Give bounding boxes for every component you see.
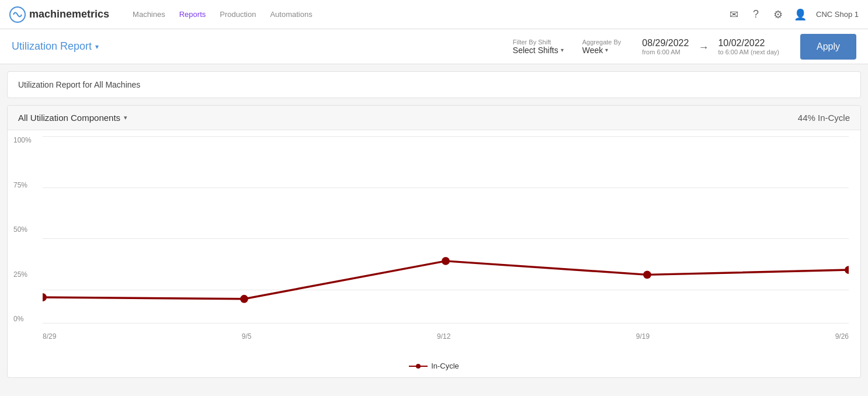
y-label-75: 75% <box>13 181 32 189</box>
date-from-group: 08/29/2022 from 6:00 AM <box>642 38 689 55</box>
y-axis-labels: 100% 75% 50% 25% 0% <box>13 136 32 323</box>
user-icon[interactable]: 👤 <box>794 8 807 21</box>
chart-header: All Utilization Components ▾ 44% In-Cycl… <box>8 106 860 130</box>
chart-inner: 100% 75% 50% 25% 0% <box>43 136 849 341</box>
sub-header: Utilization Report ▾ Filter By Shift Sel… <box>0 29 868 64</box>
gear-icon[interactable]: ⚙ <box>772 8 784 21</box>
chevron-down-icon: ▾ <box>124 114 127 121</box>
question-icon[interactable]: ? <box>749 8 762 21</box>
y-label-100: 100% <box>13 136 32 144</box>
aggregate-by-label: Aggregate By <box>582 39 622 46</box>
x-label-919: 9/19 <box>636 332 650 341</box>
y-label-50: 50% <box>13 225 32 234</box>
nav-machines[interactable]: Machines <box>133 10 165 19</box>
chart-title[interactable]: All Utilization Components ▾ <box>18 113 127 123</box>
chart-svg <box>43 136 849 378</box>
chart-title-text: All Utilization Components <box>18 113 120 123</box>
chart-area: 100% 75% 50% 25% 0% <box>8 130 860 358</box>
data-point-1 <box>43 293 47 301</box>
date-to-group: 10/02/2022 to 6:00 AM (next day) <box>718 38 779 55</box>
envelope-icon[interactable]: ✉ <box>727 8 740 21</box>
arrow-right-icon: → <box>698 41 709 54</box>
x-label-829: 8/29 <box>43 332 56 341</box>
chevron-down-icon: ▾ <box>561 47 564 53</box>
data-point-3 <box>442 257 450 265</box>
logo-icon <box>9 6 26 23</box>
x-axis-labels: 8/29 9/5 9/12 9/19 9/26 <box>43 332 849 341</box>
filter-by-shift-label: Filter By Shift <box>513 39 551 46</box>
nav-right: ✉ ? ⚙ 👤 CNC Shop 1 <box>727 8 859 21</box>
shop-name: CNC Shop 1 <box>816 10 859 19</box>
report-subtitle-bar: Utilization Report for All Machines <box>7 71 861 98</box>
aggregate-by-group: Aggregate By Week ▾ <box>582 39 622 55</box>
nav-automations[interactable]: Automations <box>270 10 312 19</box>
y-label-0: 0% <box>13 315 32 323</box>
data-point-2 <box>240 295 248 303</box>
filter-by-shift-group: Filter By Shift Select Shifts ▾ <box>513 39 564 55</box>
x-label-95: 9/5 <box>242 332 252 341</box>
aggregate-by-value: Week <box>582 46 603 55</box>
x-label-926: 9/26 <box>835 332 849 341</box>
date-to-value[interactable]: 10/02/2022 <box>718 38 765 48</box>
chevron-down-icon: ▾ <box>605 47 608 53</box>
nav-reports[interactable]: Reports <box>179 10 206 19</box>
date-from-sub: from 6:00 AM <box>642 48 680 55</box>
chart-section: All Utilization Components ▾ 44% In-Cycl… <box>7 105 861 378</box>
nav-production[interactable]: Production <box>220 10 256 19</box>
report-title[interactable]: Utilization Report ▾ <box>12 40 99 53</box>
chevron-down-icon: ▾ <box>95 43 99 51</box>
report-subtitle-text: Utilization Report for All Machines <box>18 80 140 89</box>
filter-by-shift-value: Select Shifts <box>513 46 558 55</box>
filter-by-shift-select[interactable]: Select Shifts ▾ <box>513 46 564 55</box>
data-point-4 <box>643 270 651 279</box>
chart-stat: 44% In-Cycle <box>798 113 850 123</box>
chart-line <box>43 261 849 299</box>
date-to-sub: to 6:00 AM (next day) <box>718 48 779 55</box>
y-label-25: 25% <box>13 270 32 279</box>
nav-links: Machines Reports Production Automations <box>133 10 713 19</box>
logo: machinemetrics <box>9 6 109 23</box>
aggregate-by-select[interactable]: Week ▾ <box>582 46 609 55</box>
date-from-value[interactable]: 08/29/2022 <box>642 38 689 48</box>
report-title-text: Utilization Report <box>12 40 92 53</box>
logo-text: machinemetrics <box>29 8 109 20</box>
apply-button[interactable]: Apply <box>800 34 856 60</box>
data-point-5 <box>845 266 849 274</box>
top-nav: machinemetrics Machines Reports Producti… <box>0 0 868 29</box>
x-label-912: 9/12 <box>437 332 450 341</box>
